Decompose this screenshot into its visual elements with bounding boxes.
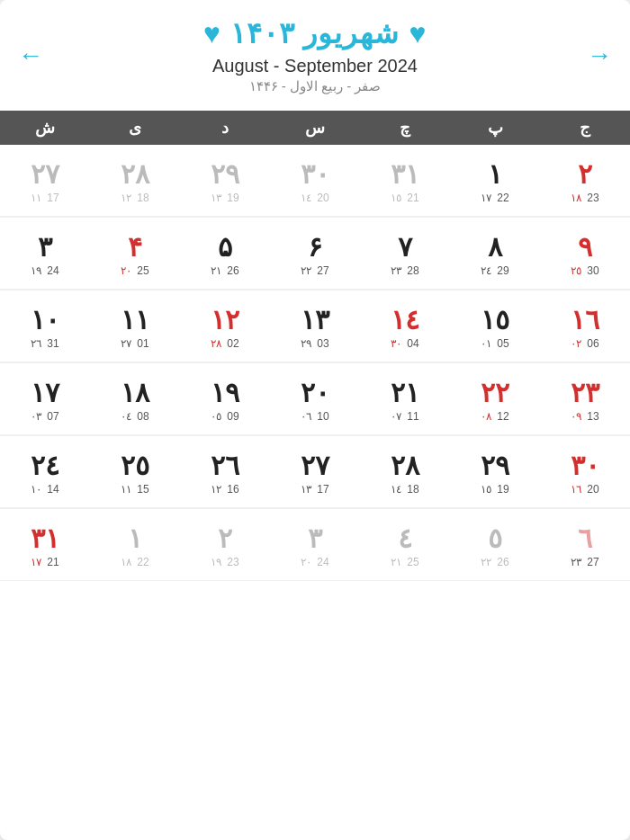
- gregorian-day-number: 26: [497, 556, 508, 568]
- gregorian-day-number: 30: [587, 264, 598, 277]
- hijri-day-number: ۰۳: [31, 410, 41, 423]
- day-cell[interactable]: ۲۸۱۲18: [90, 145, 180, 217]
- persian-day-number: ۲۷: [301, 451, 329, 480]
- day-cell[interactable]: ٦۲۳27: [540, 509, 630, 581]
- day-cell[interactable]: ۱۳۲۹03: [270, 290, 360, 362]
- gregorian-day-number: 12: [497, 410, 508, 423]
- day-cell[interactable]: ۳۲۰24: [270, 509, 360, 581]
- sub-day-numbers: ۰۸12: [481, 410, 508, 423]
- sub-day-numbers: ۱۲16: [211, 483, 238, 496]
- next-month-button[interactable]: →: [578, 43, 621, 68]
- day-cell[interactable]: ۱۱۷22: [450, 145, 540, 217]
- day-cell[interactable]: ۲٦۱۲16: [180, 436, 270, 508]
- day-cell[interactable]: ۱۱۲۷01: [90, 290, 180, 362]
- day-cell[interactable]: ۶۲۲27: [270, 218, 360, 290]
- day-cell[interactable]: ٤۲۱25: [360, 509, 450, 581]
- day-cell[interactable]: ۳۱۱٥21: [360, 145, 450, 217]
- persian-day-number: ۱۱: [121, 305, 149, 335]
- persian-day-number: ۲۹: [211, 159, 239, 189]
- persian-day-number: ۲۹: [481, 451, 509, 480]
- day-cell[interactable]: ۱٤۳۰04: [360, 290, 450, 362]
- hijri-day-number: ۱٤: [391, 483, 401, 496]
- gregorian-day-number: 20: [587, 483, 598, 496]
- sub-day-numbers: ۰٤08: [121, 410, 148, 423]
- persian-day-number: ۵: [218, 232, 232, 262]
- sub-day-numbers: ۰۱05: [481, 337, 508, 350]
- hijri-day-number: ۱۸: [121, 556, 131, 568]
- persian-day-number: ۱۰: [31, 305, 59, 335]
- sub-day-numbers: ۱۱17: [31, 192, 58, 204]
- sub-day-numbers: ۲۷01: [121, 337, 148, 350]
- day-cell[interactable]: ۱٥۰۱05: [450, 290, 540, 362]
- day-cell[interactable]: ۲۱۸23: [540, 145, 630, 217]
- day-cell[interactable]: ۲۰۰٦10: [270, 363, 360, 435]
- calendar-grid: ۲۷۱۱17۲۸۱۲18۲۹۱۳19۳۰۱٤20۳۱۱٥21۱۱۷22۲۱۸23…: [0, 145, 630, 581]
- day-cell[interactable]: ۳۱۹24: [0, 218, 90, 290]
- weekday-ch: چ: [360, 118, 450, 138]
- persian-day-number: ۲۰: [301, 378, 329, 407]
- hijri-day-number: ۲۷: [121, 337, 131, 350]
- sub-day-numbers: ۰۳07: [31, 410, 58, 423]
- day-cell[interactable]: ۴۲۰25: [90, 218, 180, 290]
- prev-month-button[interactable]: ←: [9, 43, 52, 68]
- day-cell[interactable]: ۵۲۱26: [180, 218, 270, 290]
- day-cell[interactable]: ۲۹۱۳19: [180, 145, 270, 217]
- gregorian-day-number: 27: [587, 556, 598, 568]
- persian-day-number: ۹: [578, 232, 592, 262]
- gregorian-range: August - September 2024: [18, 56, 612, 76]
- day-cell[interactable]: ۱۷۰۳07: [0, 363, 90, 435]
- gregorian-day-number: 16: [227, 483, 238, 496]
- weekday-s: س: [270, 118, 360, 138]
- weekday-header: ش ی د س چ پ ج: [0, 111, 630, 145]
- sub-day-numbers: ۲۲26: [481, 556, 508, 568]
- persian-day-number: ۳: [308, 523, 322, 553]
- gregorian-day-number: 25: [407, 556, 418, 568]
- day-cell[interactable]: ۹۲٥30: [540, 218, 630, 290]
- day-cell[interactable]: ۳۰۱٤20: [270, 145, 360, 217]
- day-cell[interactable]: ۸۲٤29: [450, 218, 540, 290]
- day-cell[interactable]: ۲۱۰۷11: [360, 363, 450, 435]
- day-cell[interactable]: ۱۰۲٦31: [0, 290, 90, 362]
- day-cell[interactable]: ۲۷۱۱17: [0, 145, 90, 217]
- gregorian-day-number: 03: [317, 337, 328, 350]
- day-cell[interactable]: ۳۱۱۷21: [0, 509, 90, 581]
- day-cell[interactable]: ۱۱۸22: [90, 509, 180, 581]
- day-cell[interactable]: ٥۲۲26: [450, 509, 540, 581]
- day-cell[interactable]: ۲۹۱٥19: [450, 436, 540, 508]
- hijri-day-number: ۱۸: [571, 192, 581, 204]
- calendar-header: ← ♥ شهریور ۱۴۰۳ ♥ → August - September 2…: [0, 0, 630, 111]
- sub-day-numbers: ۲۳28: [391, 264, 418, 277]
- day-cell[interactable]: ۲٥۱۱15: [90, 436, 180, 508]
- sub-day-numbers: ۰۷11: [391, 410, 418, 423]
- day-cell[interactable]: ۳۰۱٦20: [540, 436, 630, 508]
- day-cell[interactable]: ۱۹۰٥09: [180, 363, 270, 435]
- sub-day-numbers: ۱٥21: [391, 192, 418, 204]
- day-cell[interactable]: ۲۳۰۹13: [540, 363, 630, 435]
- day-cell[interactable]: ۱۲۲۸02: [180, 290, 270, 362]
- hijri-day-number: ۱۷: [481, 192, 491, 204]
- hijri-day-number: ۲۰: [301, 556, 311, 568]
- day-cell[interactable]: ۱٦۰۲06: [540, 290, 630, 362]
- day-cell[interactable]: ۱۸۰٤08: [90, 363, 180, 435]
- day-cell[interactable]: ۲۱۹23: [180, 509, 270, 581]
- persian-day-number: ۱۳: [301, 305, 329, 335]
- day-cell[interactable]: ۲۸۱٤18: [360, 436, 450, 508]
- gregorian-day-number: 23: [587, 192, 598, 204]
- gregorian-day-number: 09: [227, 410, 238, 423]
- day-cell[interactable]: ۲٤۱۰14: [0, 436, 90, 508]
- persian-day-number: ۳۰: [571, 451, 599, 480]
- sub-day-numbers: ۲۱26: [211, 264, 238, 277]
- persian-day-number: ۷: [398, 232, 412, 262]
- sub-day-numbers: ۰٦10: [301, 410, 328, 423]
- sub-day-numbers: ۱۳19: [211, 192, 238, 204]
- persian-day-number: ۳: [38, 232, 52, 262]
- day-cell[interactable]: ۲۷۱۳17: [270, 436, 360, 508]
- sub-day-numbers: ۲۲27: [301, 264, 328, 277]
- day-cell[interactable]: ۷۲۳28: [360, 218, 450, 290]
- day-cell[interactable]: ۲۲۰۸12: [450, 363, 540, 435]
- persian-day-number: ۲۱: [391, 378, 419, 407]
- sub-day-numbers: ۱۹23: [211, 556, 238, 568]
- hijri-day-number: ۱۷: [31, 556, 41, 568]
- hijri-day-number: ۱۲: [121, 192, 131, 204]
- gregorian-day-number: 21: [407, 192, 418, 204]
